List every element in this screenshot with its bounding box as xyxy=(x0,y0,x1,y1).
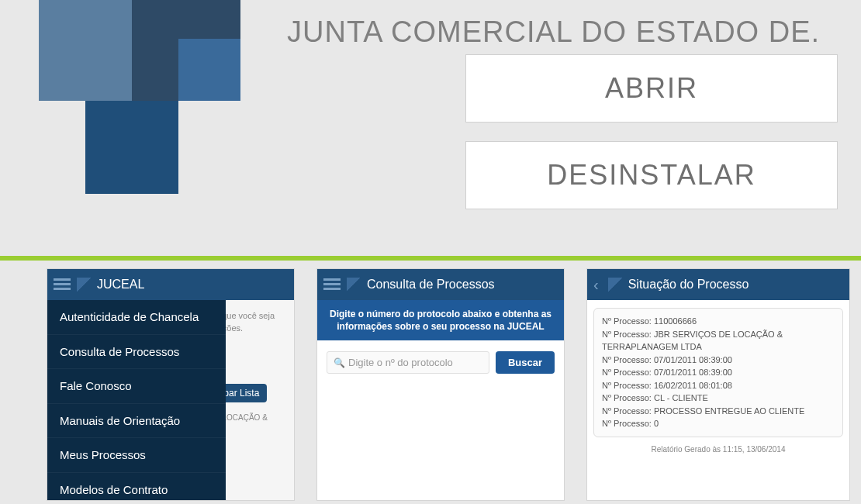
menu-item[interactable]: Modelos de Contrato xyxy=(47,473,226,502)
mini-logo-icon xyxy=(77,278,91,292)
partial-company-text: E LOCAÇÃO & xyxy=(215,413,288,422)
screenshot-2: Consulta de Processos Digite o número do… xyxy=(316,268,565,501)
svg-rect-3 xyxy=(85,101,178,194)
app-header-section: JUNTA COMERCIAL DO ESTADO DE. ABRIR DESI… xyxy=(0,0,861,256)
svg-rect-0 xyxy=(39,0,132,101)
screenshots-row: JUCEAL a que você seja rações. Limpar Li… xyxy=(0,261,861,504)
result-line: Nº Processo: 110006666 xyxy=(602,315,835,328)
screenshot-1: JUCEAL a que você seja rações. Limpar Li… xyxy=(47,268,295,501)
menu-item[interactable]: Meus Processos xyxy=(47,438,226,473)
placeholder-text: Digite o nº do protocolo xyxy=(348,357,453,368)
result-line: Nº Processo: 16/02/2011 08:01:08 xyxy=(602,379,835,392)
search-row: 🔍Digite o nº do protocolo Buscar xyxy=(317,340,564,385)
svg-rect-1 xyxy=(132,0,240,39)
app-topbar: JUCEAL xyxy=(47,269,294,300)
process-result-card: Nº Processo: 110006666 Nº Processo: JBR … xyxy=(593,308,843,437)
uninstall-button[interactable]: DESINSTALAR xyxy=(465,141,838,209)
app-title: JUNTA COMERCIAL DO ESTADO DE. xyxy=(287,16,820,49)
result-line: Nº Processo: CL - CLIENTE xyxy=(602,392,835,405)
hamburger-icon[interactable] xyxy=(54,278,71,291)
instruction-banner: Digite o número do protocolo abaixo e ob… xyxy=(317,300,564,340)
topbar-title: Situação do Processo xyxy=(628,278,749,292)
result-line: Nº Processo: 07/01/2011 08:39:00 xyxy=(602,354,835,367)
result-line: Nº Processo: 0 xyxy=(602,417,835,430)
topbar-title: Consulta de Processos xyxy=(367,278,495,292)
app-topbar: ‹ Situação do Processo xyxy=(587,269,849,300)
result-line: Nº Processo: PROCESSO ENTREGUE AO CLIENT… xyxy=(602,405,835,418)
open-button[interactable]: ABRIR xyxy=(465,54,838,123)
menu-item[interactable]: Fale Conosco xyxy=(47,369,226,404)
screenshot-3: ‹ Situação do Processo Nº Processo: 1100… xyxy=(586,268,850,501)
svg-rect-4 xyxy=(178,39,240,101)
topbar-title: JUCEAL xyxy=(97,278,144,292)
search-icon: 🔍 xyxy=(334,357,345,368)
app-logo xyxy=(39,0,256,205)
screen1-body: a que você seja rações. Limpar Lista E L… xyxy=(47,300,294,500)
menu-item[interactable]: Manuais de Orientação xyxy=(47,404,226,439)
svg-rect-2 xyxy=(132,39,178,101)
hamburger-icon[interactable] xyxy=(323,278,341,291)
mini-logo-icon xyxy=(347,278,361,292)
screen3-body: Nº Processo: 110006666 Nº Processo: JBR … xyxy=(587,300,849,500)
report-timestamp: Relatório Gerado às 11:15, 13/06/2014 xyxy=(593,445,843,454)
hint-text: rações. xyxy=(215,323,288,333)
back-icon[interactable]: ‹ xyxy=(593,276,599,294)
side-menu: Autenticidade de Chancela Consulta de Pr… xyxy=(47,300,226,500)
screen2-body: Digite o número do protocolo abaixo e ob… xyxy=(317,300,564,500)
mini-logo-icon xyxy=(608,278,622,292)
action-button-group: ABRIR DESINSTALAR xyxy=(465,54,838,209)
protocol-input[interactable]: 🔍Digite o nº do protocolo xyxy=(327,351,489,374)
search-button[interactable]: Buscar xyxy=(496,351,555,374)
result-line: Nº Processo: JBR SERVIÇOS DE LOCAÇÃO & T… xyxy=(602,328,835,354)
result-line: Nº Processo: 07/01/2011 08:39:00 xyxy=(602,366,835,379)
hint-text: a que você seja xyxy=(215,311,288,320)
menu-item[interactable]: Consulta de Processos xyxy=(47,335,226,370)
menu-item[interactable]: Autenticidade de Chancela xyxy=(47,300,226,335)
app-topbar: Consulta de Processos xyxy=(317,269,564,300)
